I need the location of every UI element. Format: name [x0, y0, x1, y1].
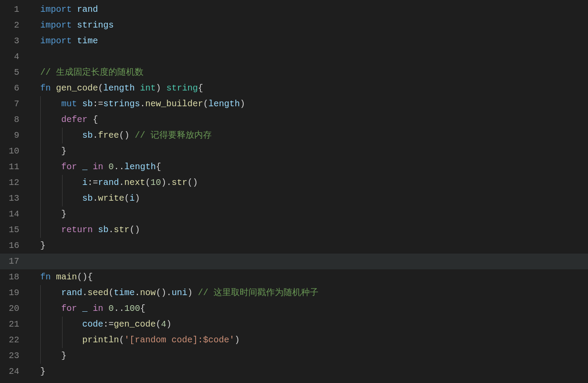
code-content[interactable]: i:=rand.next(10).str(): [28, 175, 588, 191]
line-number: 9: [0, 128, 28, 143]
code-content[interactable]: sb.write(i): [28, 191, 588, 206]
code-content[interactable]: // 生成固定长度的随机数: [28, 65, 588, 80]
code-line[interactable]: 8 defer {: [0, 112, 588, 128]
token-fn: gen_code: [56, 83, 98, 93]
token-comment: // 这里取时间戳作为随机种子: [198, 288, 318, 298]
token-punct: {: [88, 115, 98, 125]
code-line[interactable]: 11 for _ in 0..length{: [0, 159, 588, 175]
code-content[interactable]: }: [28, 206, 588, 222]
token-ident: _: [82, 303, 88, 313]
line-number: 1: [0, 2, 28, 17]
token-punct: [103, 303, 108, 313]
token-num: 0: [108, 162, 114, 172]
indent-guide: [40, 222, 41, 238]
token-num: 10: [150, 178, 161, 188]
line-number: 2: [0, 17, 28, 33]
code-content[interactable]: code:=gen_code(4): [28, 317, 588, 332]
token-punct: (: [145, 178, 150, 188]
token-punct: ).: [161, 178, 172, 188]
token-type: string: [166, 83, 198, 93]
token-ident: rand: [61, 288, 82, 298]
code-line[interactable]: 17: [0, 254, 588, 269]
code-line[interactable]: 13 sb.write(i): [0, 191, 588, 206]
token-punct: (): [130, 225, 140, 235]
code-line[interactable]: 16}: [0, 238, 588, 254]
code-line[interactable]: 18fn main(){: [0, 269, 588, 285]
token-kw2: defer: [61, 115, 88, 125]
code-content[interactable]: fn main(){: [28, 269, 588, 285]
code-content[interactable]: }: [28, 348, 588, 364]
token-punct: [77, 162, 82, 172]
code-content[interactable]: }: [28, 364, 588, 380]
code-content[interactable]: sb.free() // 记得要释放内存: [28, 128, 588, 143]
code-content[interactable]: import rand: [28, 2, 588, 17]
code-line[interactable]: 10 }: [0, 143, 588, 159]
code-content[interactable]: for _ in 0..length{: [28, 159, 588, 175]
indent-guide: [40, 143, 41, 159]
code-line[interactable]: 22 println('[random code]:$code'): [0, 332, 588, 348]
code-line[interactable]: 21 code:=gen_code(4): [0, 317, 588, 332]
indent-guide: [40, 317, 41, 332]
code-line[interactable]: 9 sb.free() // 记得要释放内存: [0, 128, 588, 143]
token-punct: }: [40, 240, 46, 251]
code-line[interactable]: 7 mut sb:=strings.new_builder(length): [0, 96, 588, 112]
code-line[interactable]: 1import rand: [0, 2, 588, 17]
code-content[interactable]: defer {: [28, 112, 588, 128]
token-punct: ): [234, 335, 240, 345]
line-number: 7: [0, 96, 28, 112]
token-punct: }: [61, 146, 66, 156]
indent-guide: [62, 332, 63, 348]
token-punct: (){: [77, 272, 93, 282]
token-ident: sb: [98, 225, 108, 235]
code-line[interactable]: 5// 生成固定长度的随机数: [0, 65, 588, 80]
code-line[interactable]: 3import time: [0, 33, 588, 49]
code-line[interactable]: 2import strings: [0, 17, 588, 33]
code-content[interactable]: mut sb:=strings.new_builder(length): [28, 96, 588, 112]
line-number: 16: [0, 238, 28, 254]
token-fn: free: [98, 130, 119, 140]
code-line[interactable]: 12 i:=rand.next(10).str(): [0, 175, 588, 191]
token-punct: (): [187, 178, 198, 188]
token-punct: ..: [114, 162, 124, 172]
line-number: 13: [0, 191, 28, 206]
code-line[interactable]: 14 }: [0, 206, 588, 222]
token-num: 0: [108, 303, 114, 313]
token-ident: i: [130, 193, 135, 203]
token-ident: time: [114, 288, 135, 298]
code-line[interactable]: 4: [0, 49, 588, 65]
token-punct: {: [140, 303, 145, 313]
code-line[interactable]: 20 for _ in 0..100{: [0, 301, 588, 317]
code-editor[interactable]: 1import rand2import strings3import time4…: [0, 0, 588, 383]
code-line[interactable]: 19 rand.seed(time.now().uni) // 这里取时间戳作为…: [0, 285, 588, 301]
token-punct: {: [156, 162, 161, 172]
code-content[interactable]: }: [28, 238, 588, 254]
code-content[interactable]: }: [28, 143, 588, 159]
token-punct: [72, 36, 77, 46]
code-content[interactable]: import strings: [28, 17, 588, 33]
token-kw: import: [40, 4, 72, 14]
code-content[interactable]: println('[random code]:$code'): [28, 332, 588, 348]
code-content[interactable]: [28, 254, 588, 269]
indent-guide: [40, 96, 41, 112]
indent-guide: [62, 175, 63, 191]
code-line[interactable]: 6fn gen_code(length int) string{: [0, 80, 588, 96]
token-punct: .: [82, 288, 88, 298]
token-punct: ): [240, 99, 245, 109]
token-punct: (: [124, 193, 130, 203]
token-punct: [72, 20, 77, 30]
code-line[interactable]: 15 return sb.str(): [0, 222, 588, 238]
token-fn: gen_code: [114, 319, 156, 329]
code-content[interactable]: rand.seed(time.now().uni) // 这里取时间戳作为随机种…: [28, 285, 588, 301]
indent-guide: [40, 175, 41, 191]
code-content[interactable]: for _ in 0..100{: [28, 301, 588, 317]
token-ident: sb: [82, 193, 93, 203]
token-punct: .: [119, 178, 124, 188]
code-content[interactable]: return sb.str(): [28, 222, 588, 238]
code-line[interactable]: 23 }: [0, 348, 588, 364]
code-content[interactable]: [28, 49, 588, 65]
token-punct: ().: [156, 288, 172, 298]
indent-guide: [40, 191, 41, 206]
code-content[interactable]: fn gen_code(length int) string{: [28, 80, 588, 96]
code-content[interactable]: import time: [28, 33, 588, 49]
code-line[interactable]: 24}: [0, 364, 588, 380]
